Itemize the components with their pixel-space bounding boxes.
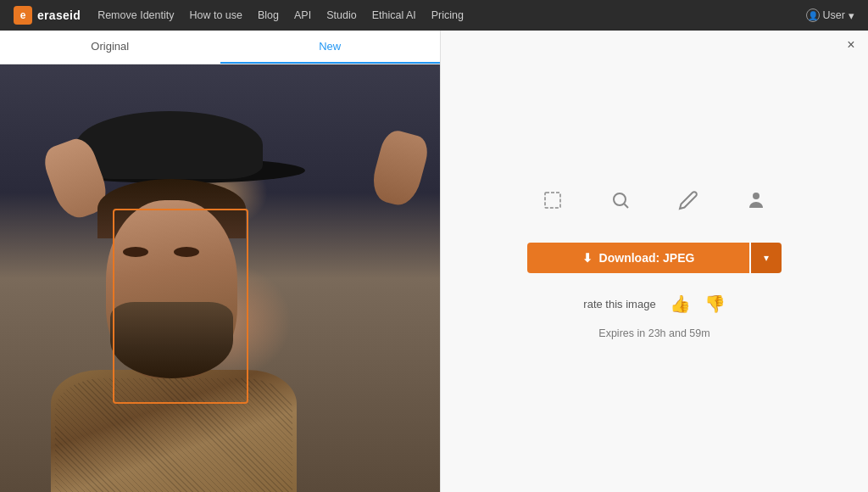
right-panel: ×	[441, 31, 868, 492]
nav-remove-identity[interactable]: Remove Identity	[97, 9, 174, 21]
nav-pricing[interactable]: Pricing	[431, 9, 464, 21]
logo-letter: e	[20, 9, 26, 21]
nav-studio[interactable]: Studio	[326, 9, 356, 21]
edit-tool[interactable]	[671, 183, 705, 217]
photo	[0, 64, 440, 492]
close-button[interactable]: ×	[841, 35, 861, 55]
tab-original[interactable]: Original	[0, 31, 220, 64]
brand-name: eraseid	[37, 8, 81, 22]
face-detection-box	[113, 209, 248, 404]
download-button[interactable]: ⬇ Download: JPEG	[527, 243, 749, 273]
rate-label: rate this image	[583, 298, 655, 310]
user-menu[interactable]: 👤 User ▾	[806, 8, 854, 22]
expiry-text: Expires in 23h and 59m	[598, 327, 709, 339]
svg-rect-0	[545, 193, 560, 208]
svg-line-2	[625, 204, 629, 209]
search-tool[interactable]	[604, 183, 637, 217]
user-icon: 👤	[806, 8, 820, 22]
nav-blog[interactable]: Blog	[258, 9, 279, 21]
download-row: ⬇ Download: JPEG ▾	[527, 243, 782, 273]
nav-ethical-ai[interactable]: Ethical AI	[372, 9, 416, 21]
select-tool[interactable]	[536, 183, 570, 217]
navbar: e eraseid Remove Identity How to use Blo…	[0, 0, 868, 31]
svg-point-3	[753, 193, 760, 199]
user-dropdown-icon: ▾	[849, 9, 854, 22]
nav-api[interactable]: API	[294, 9, 311, 21]
image-tabs: Original New	[0, 31, 440, 64]
logo[interactable]: e eraseid	[14, 6, 81, 25]
main-content: Original New	[0, 31, 868, 492]
left-panel: Original New	[0, 31, 441, 492]
tab-new[interactable]: New	[220, 31, 441, 64]
dropdown-arrow-icon: ▾	[764, 252, 769, 264]
svg-point-1	[614, 193, 626, 205]
hat	[76, 111, 263, 179]
nav-links: Remove Identity How to use Blog API Stud…	[97, 9, 788, 21]
person-tool[interactable]	[739, 183, 773, 217]
thumbs-down-button[interactable]: 👎	[704, 294, 726, 314]
tool-icons-row	[536, 183, 773, 217]
nav-how-to-use[interactable]: How to use	[189, 9, 242, 21]
download-format-dropdown[interactable]: ▾	[751, 243, 782, 273]
download-icon: ⬇	[582, 251, 593, 265]
download-label: Download: JPEG	[599, 251, 695, 265]
rating-row: rate this image 👍 👎	[583, 294, 725, 314]
logo-icon: e	[14, 6, 32, 25]
image-container	[0, 64, 440, 492]
thumbs-up-button[interactable]: 👍	[670, 294, 691, 314]
user-label: User	[823, 9, 845, 21]
